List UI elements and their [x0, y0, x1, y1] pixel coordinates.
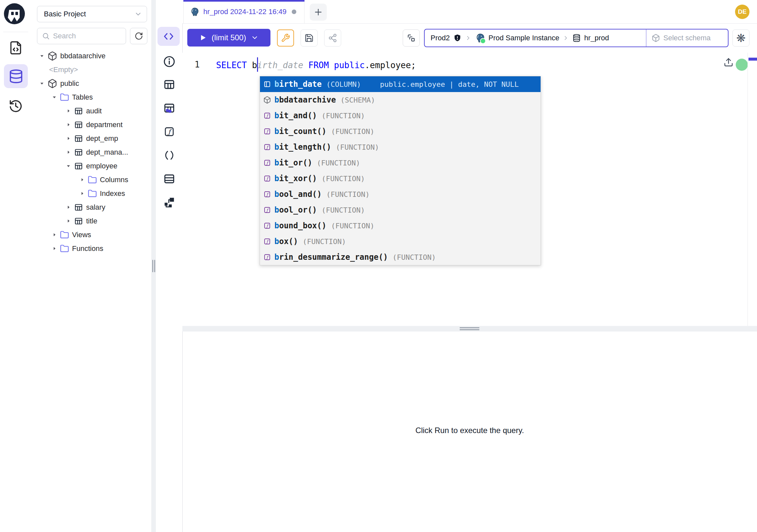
strip-item-table-data[interactable]	[160, 99, 178, 117]
suggest-item-bound_box[interactable]: bound_box() (FUNCTION)	[260, 218, 541, 234]
tree-item-indexes[interactable]: Indexes	[32, 187, 151, 201]
tree-item-department[interactable]: department	[32, 118, 151, 132]
suggest-item-bit_or[interactable]: bit_or() (FUNCTION)	[260, 155, 541, 171]
tab-hr-prod[interactable]: hr_prod 2024-11-22 16:49	[183, 0, 305, 23]
chevron-down-icon[interactable]	[65, 163, 72, 170]
result-placeholder: Click Run to execute the query.	[182, 426, 757, 435]
chevron-right-icon[interactable]	[78, 190, 86, 197]
strip-item-procedures[interactable]	[160, 146, 178, 165]
tree-item-columns[interactable]: Columns	[32, 173, 151, 187]
suggest-item-bit_xor[interactable]: bit_xor() (FUNCTION)	[260, 171, 541, 186]
bytebase-logo[interactable]	[3, 3, 25, 25]
format-sql-button[interactable]	[277, 29, 294, 47]
upload-sheet-button[interactable]	[724, 57, 733, 67]
chevron-down-icon[interactable]	[38, 80, 45, 87]
folder-icon	[60, 244, 69, 253]
save-button[interactable]	[301, 29, 318, 47]
chevron-right-icon[interactable]	[65, 149, 72, 156]
suggest-item-bbdataarchive[interactable]: bbdataarchive (SCHEMA)	[260, 92, 541, 108]
rail-item-history[interactable]	[6, 96, 25, 116]
new-tab-button[interactable]	[310, 4, 327, 21]
chevron-down-icon[interactable]	[38, 52, 45, 60]
function-icon	[263, 222, 271, 230]
schema-select[interactable]: Select schema	[646, 29, 728, 47]
strip-item-sql-editor[interactable]	[158, 27, 180, 46]
connection-button[interactable]	[403, 29, 420, 47]
suggest-item-brin_desummarize_range[interactable]: brin_desummarize_range() (FUNCTION)	[260, 249, 541, 265]
chevron-right-icon[interactable]	[65, 135, 72, 142]
tree-item-dept_manager[interactable]: dept_mana...	[32, 145, 151, 159]
sidebar: Basic Project Search bbdataarchive <Empt…	[32, 0, 151, 532]
chevron-down-icon[interactable]	[51, 94, 58, 101]
suggest-item-bit_and[interactable]: bit_and() (FUNCTION)	[260, 108, 541, 123]
run-button[interactable]: (limit 500)	[187, 29, 270, 47]
strip-item-external-tables[interactable]	[160, 170, 178, 188]
chevron-right-icon[interactable]	[51, 245, 58, 252]
refresh-tree-button[interactable]	[130, 28, 147, 44]
suggest-item-bool_or[interactable]: bool_or() (FUNCTION)	[260, 202, 541, 218]
table-data-icon	[163, 102, 175, 114]
tree-item-employee[interactable]: employee	[32, 159, 151, 173]
play-icon	[199, 34, 207, 42]
tree-item-salary[interactable]: salary	[32, 201, 151, 214]
chevron-right-icon[interactable]	[78, 176, 86, 183]
tree-item-functions[interactable]: Functions	[32, 242, 151, 256]
scrollbar-gutter[interactable]	[747, 53, 748, 326]
save-icon	[305, 33, 314, 43]
avatar[interactable]: DE	[735, 5, 749, 19]
openai-icon: ❋	[736, 31, 746, 45]
editor-action-strip	[156, 0, 182, 532]
breadcrumb-left: Prod2 Prod Sample Instance hr_prod	[425, 29, 646, 47]
chevron-right-icon[interactable]	[65, 108, 72, 115]
suggest-item-bit_length[interactable]: bit_length() (FUNCTION)	[260, 139, 541, 155]
strip-item-info[interactable]	[160, 52, 178, 71]
ai-assistant-button[interactable]: ❋	[733, 29, 749, 47]
column-icon	[263, 80, 271, 88]
tree-item-bbdataarchive[interactable]: bbdataarchive	[32, 49, 151, 63]
panel-resize-handle[interactable]	[182, 326, 757, 331]
rail-item-databases[interactable]	[4, 64, 28, 88]
strip-item-functions[interactable]	[160, 122, 178, 141]
connection-breadcrumb[interactable]: Prod2 Prod Sample Instance hr_prod Selec…	[424, 29, 729, 47]
sidebar-resize-handle[interactable]	[151, 0, 156, 532]
schema-icon	[47, 78, 57, 88]
strip-item-tables[interactable]	[160, 75, 178, 94]
plus-icon	[313, 7, 323, 17]
suggest-item-birth_date[interactable]: birth_date (COLUMN) public.employee | da…	[260, 76, 541, 92]
chevron-down-icon[interactable]	[251, 34, 259, 42]
postgres-icon	[475, 33, 485, 43]
suggest-item-bool_and[interactable]: bool_and() (FUNCTION)	[260, 186, 541, 202]
sql-schema-token: public	[334, 60, 365, 70]
function-icon	[263, 174, 271, 182]
tree-item-dept_emp[interactable]: dept_emp	[32, 132, 151, 145]
chevron-right-icon[interactable]	[65, 121, 72, 128]
tree-item-views[interactable]: Views	[32, 228, 151, 242]
project-selector[interactable]: Basic Project	[37, 6, 147, 22]
function-icon	[263, 127, 271, 135]
share-button[interactable]	[324, 29, 341, 47]
tree-item-audit[interactable]: audit	[32, 104, 151, 118]
rail-item-worksheet[interactable]	[6, 38, 25, 58]
refresh-icon	[135, 32, 143, 40]
autocomplete-widget: birth_date (COLUMN) public.employee | da…	[260, 76, 541, 266]
chevron-right-icon[interactable]	[65, 218, 72, 225]
chevron-right-icon	[465, 35, 471, 41]
tree-item-public[interactable]: public	[32, 77, 151, 90]
tab-title: hr_prod 2024-11-22 16:49	[203, 8, 287, 16]
strip-item-schema-diagram[interactable]	[160, 193, 178, 212]
sql-rest: .employee;	[365, 60, 416, 70]
header-border	[182, 23, 757, 24]
chevron-right-icon[interactable]	[65, 204, 72, 211]
chevron-right-icon[interactable]	[51, 231, 58, 238]
connection-status-dot	[736, 59, 748, 71]
rail-divider	[3, 32, 28, 32]
search-input[interactable]: Search	[37, 28, 126, 44]
tree-item-title[interactable]: title	[32, 214, 151, 228]
suggest-item-bit_count[interactable]: bit_count() (FUNCTION)	[260, 123, 541, 139]
unsaved-dot	[292, 10, 296, 14]
run-button-label: (limit 500)	[212, 33, 246, 42]
suggest-item-box[interactable]: box() (FUNCTION)	[260, 234, 541, 249]
table-icon	[163, 78, 175, 91]
app-rail	[0, 0, 32, 532]
tree-item-tables[interactable]: Tables	[32, 90, 151, 104]
